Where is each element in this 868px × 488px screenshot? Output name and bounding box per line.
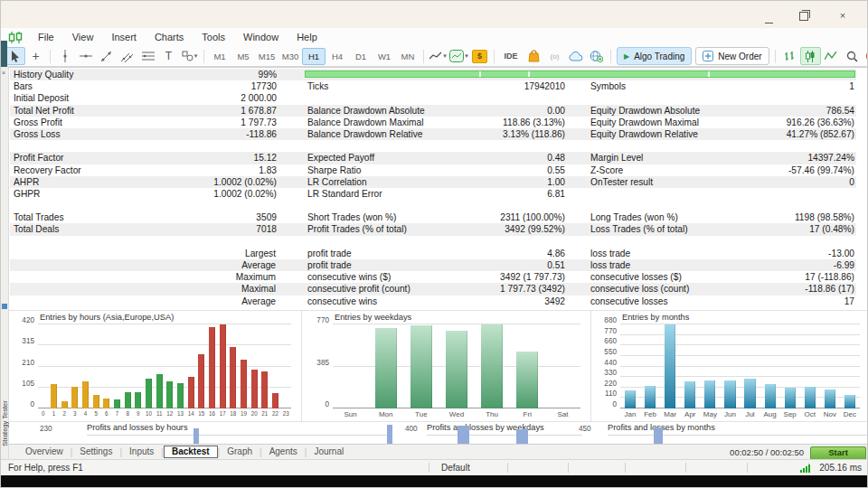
y-tick-label: 220 [593,380,617,388]
x-tick-label: Aug [760,410,780,418]
x-tick-label: Dec [840,410,860,418]
channel-tool-icon[interactable] [117,47,137,65]
signals-icon[interactable]: (o) [544,47,565,65]
tick-chart-icon[interactable] [779,47,800,65]
bar-Mon [375,328,397,408]
x-tick-label: 3 [70,410,80,417]
symbols-icon[interactable]: $ [469,47,490,65]
trendline-tool-icon[interactable] [96,47,117,65]
timeframe-m30[interactable]: M30 [278,48,302,65]
table-row: Gross Profit1 797.73Balance Drawdown Max… [10,117,856,128]
x-tick-label: 12 [165,410,175,417]
tab-settings[interactable]: Settings [72,446,119,458]
timeframe-m1[interactable]: M1 [208,48,231,65]
tester-panel-rail: × Strategy Tester [1,67,9,459]
menu-item-file[interactable]: File [29,30,63,44]
toolbar-separator [610,50,611,63]
stat-value: 0.00 [547,105,566,117]
y-tick-label: 440 [593,359,617,367]
stat-label: Profit Factor [10,152,63,164]
timeframe-d1[interactable]: D1 [349,48,373,65]
help-hint: For Help, press F1 [8,463,83,473]
timeframe-mn[interactable]: MN [396,48,420,65]
horizontal-line-tool-icon[interactable] [75,47,96,65]
gridline [620,376,860,377]
search-icon[interactable] [842,47,863,65]
menu-item-view[interactable]: View [63,30,103,44]
timeframe-m15[interactable]: M15 [255,48,278,65]
minimize-button[interactable] [751,9,778,23]
stat-value: 1.83 [259,164,278,176]
tab-agents[interactable]: Agents [262,446,305,458]
new-order-button[interactable]: New Order [695,47,769,65]
stat-value: 17730 [251,80,278,92]
crosshair-tool-icon[interactable]: + [25,47,46,65]
stat-value: 3492 [544,296,566,307]
stat-label: Long Trades (won %) [587,211,678,223]
menu-item-charts[interactable]: Charts [146,30,193,44]
gridline [620,366,860,367]
algo-trading-button[interactable]: ▶ Algo Trading [617,47,692,65]
tab-graph[interactable]: Graph [220,446,259,458]
x-tick-label: 14 [185,410,196,417]
cursor-tool-icon[interactable] [5,47,25,65]
stat-value: 916.26 (36.63%) [787,117,855,128]
timeframe-w1[interactable]: W1 [373,48,396,65]
new-order-icon [703,51,713,61]
stat-label: Initial Deposit [10,92,69,104]
vertical-line-tool-icon[interactable] [54,47,75,65]
market-bag-icon[interactable] [524,47,544,65]
stat-value: 0.55 [547,164,566,176]
stat-value: 17 (-118.86) [805,271,855,283]
shapes-tool-icon[interactable]: ▾ [179,47,200,65]
line-chart-type-icon[interactable]: ▾ [428,47,448,65]
bar-3 [71,387,78,408]
start-button[interactable]: Start [810,446,866,460]
stat-cell: LR Correlation1.00 [304,176,566,188]
x-tick-label: 17 [217,410,228,417]
menu-item-window[interactable]: Window [234,30,288,44]
timeframe-h4[interactable]: H4 [326,48,349,65]
profile-selector[interactable]: Default [441,463,470,473]
x-tick-label: Fri [510,410,545,418]
menu-item-insert[interactable]: Insert [102,30,146,44]
stat-value: 3509 [256,211,278,223]
stat-cell: consecutive loss (count)-118.86 (17) [587,283,855,295]
stat-cell: Short Trades (won %)2311 (100.00%) [304,211,566,223]
panel-close-icon[interactable]: × [2,70,5,76]
notifications-icon[interactable]: 1 [863,47,868,65]
close-button[interactable]: × [829,9,856,23]
bar-22 [272,393,278,408]
restore-button[interactable] [790,9,817,23]
stat-cell: profit trade4.86 [304,248,566,259]
fibonacci-tool-icon[interactable] [137,47,158,65]
cloud-icon[interactable] [565,47,586,65]
menu-item-help[interactable]: Help [288,30,326,44]
candlestick-chart-icon[interactable] [800,47,821,65]
stat-value: 17942010 [524,80,566,92]
menu-item-tools[interactable]: Tools [193,30,234,44]
mt5-window: × FileViewInsertChartsToolsWindowHelp + [0,0,868,488]
bar-Nov [825,389,835,408]
gridline [620,387,860,388]
x-tick-label: Wed [439,410,474,418]
chart-window-icon[interactable]: ▾ [448,47,469,65]
table-row: Recovery Factor1.83Sharpe Ratio0.55Z-Sco… [10,164,856,176]
stat-cell [587,92,855,104]
zigzag-chart-icon[interactable] [821,47,842,65]
tab-journal[interactable]: Journal [307,446,351,458]
x-tick-label: Jun [720,410,740,418]
bar-Aug [765,384,776,408]
tab-overview[interactable]: Overview [18,446,71,458]
tab-inputs[interactable]: Inputs [122,446,161,458]
x-tick-label: 23 [280,410,291,417]
tab-backtest[interactable]: Backtest [164,446,218,458]
stat-label: Total Deals [10,223,59,235]
x-tick-label: 20 [249,410,259,417]
community-icon[interactable] [586,47,607,65]
metaeditor-ide-icon[interactable]: IDE [498,47,524,65]
timeframe-m5[interactable]: M5 [231,48,255,65]
timeframe-h1[interactable]: H1 [302,48,326,65]
text-tool-icon[interactable]: T [158,47,179,65]
stat-value: 3492 (1 797.73) [500,271,566,283]
